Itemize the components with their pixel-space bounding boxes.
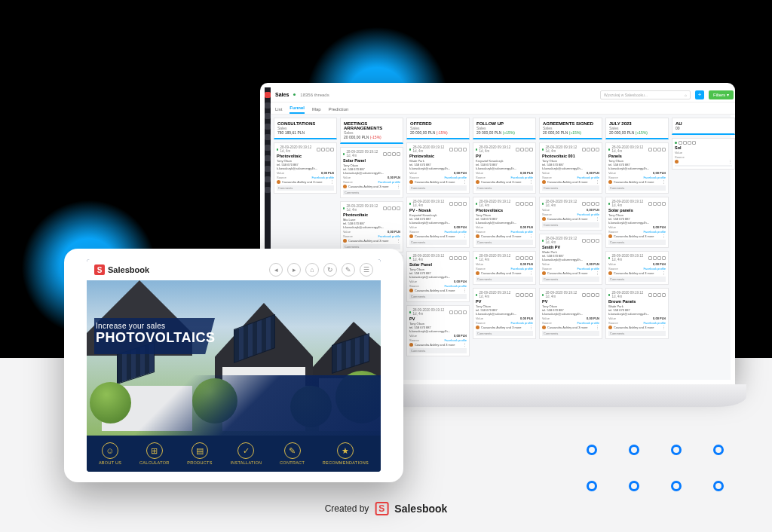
more-icon[interactable]: ⋮ bbox=[728, 160, 732, 164]
card-comments[interactable]: Comments bbox=[542, 277, 599, 282]
card-comments[interactable]: Comments bbox=[343, 190, 400, 195]
search-input[interactable]: Wyszukaj w Salesbooku... ⌕ bbox=[600, 90, 691, 99]
toolbar-icon[interactable]: ↻ bbox=[323, 263, 337, 277]
more-icon[interactable]: ⋮ bbox=[463, 289, 467, 292]
card-comments[interactable] bbox=[675, 165, 732, 167]
card-source[interactable]: Facebook profile bbox=[444, 284, 467, 288]
tab-map[interactable]: Map bbox=[312, 107, 321, 114]
tab-funnel[interactable]: Funnel bbox=[290, 105, 305, 114]
tablet-nav-item[interactable]: ▤PRODUCTS bbox=[187, 442, 212, 465]
card-source[interactable]: Facebook profile bbox=[444, 176, 467, 179]
kanban-card[interactable]: 28-09-2020 09:19:12 1d, 4mPhotovoltaicsT… bbox=[473, 197, 536, 248]
sidebar-icon[interactable] bbox=[265, 124, 271, 130]
kanban-card[interactable]: 28-09-2020 09:19:12 1d, 4m Value0,00 PLN… bbox=[605, 251, 669, 285]
card-comments[interactable]: Comments bbox=[608, 331, 666, 336]
kanban-card[interactable]: 28-09-2020 09:19:12 1d, 4mSolar PanelTon… bbox=[340, 147, 403, 198]
kanban-card[interactable]: 28-09-2020 09:19:12 1d, 4mPhotovoltaicWa… bbox=[406, 142, 470, 194]
card-source[interactable]: Facebook profile bbox=[444, 230, 467, 234]
card-action-icons[interactable] bbox=[648, 293, 666, 297]
card-source[interactable]: Facebook profile bbox=[311, 176, 334, 179]
card-action-icons[interactable] bbox=[383, 152, 400, 156]
card-comments[interactable]: Comments bbox=[277, 185, 334, 191]
more-icon[interactable]: ⋮ bbox=[596, 326, 599, 329]
card-action-icons[interactable] bbox=[449, 256, 467, 260]
kanban-card[interactable]: 28-09-2020 09:19:12 1d, 4mPhotovoltaicTo… bbox=[274, 142, 337, 194]
card-source[interactable]: Facebook profile bbox=[444, 338, 467, 342]
kanban-card[interactable]: 28-09-2020 09:19:12 1d, 4mPVTony Olsonte… bbox=[539, 288, 602, 339]
card-comments[interactable]: Comments bbox=[608, 240, 666, 245]
kanban-card[interactable]: 28-09-2020 09:19:12 1d, 4mSolar panelsTo… bbox=[605, 197, 669, 248]
card-action-icons[interactable] bbox=[516, 202, 533, 206]
kanban-card[interactable]: 28-09-2020 09:19:12 1d, 4mPanelsTony Ols… bbox=[605, 142, 669, 194]
toolbar-icon[interactable]: ☰ bbox=[360, 263, 373, 277]
more-icon[interactable]: ⋮ bbox=[529, 180, 533, 184]
toolbar-icon[interactable]: ✎ bbox=[342, 263, 355, 277]
card-action-icons[interactable] bbox=[582, 239, 599, 243]
card-action-icons[interactable] bbox=[516, 148, 533, 151]
more-icon[interactable]: ⋮ bbox=[596, 217, 599, 221]
toolbar-icon[interactable]: ▸ bbox=[287, 263, 301, 277]
tab-list[interactable]: List bbox=[275, 107, 282, 114]
card-comments[interactable]: Comments bbox=[476, 277, 533, 282]
kanban-card[interactable]: 28-09-2020 09:19:12 1d, 4mPhotovoltaicMi… bbox=[340, 201, 403, 252]
card-action-icons[interactable] bbox=[648, 256, 666, 260]
card-comments[interactable]: Comments bbox=[409, 185, 467, 191]
add-button[interactable]: + bbox=[695, 90, 704, 99]
more-icon[interactable]: ⋮ bbox=[662, 234, 666, 238]
kanban-card[interactable]: 28-09-2020 09:19:12 1d, 4m Value0,00 PLN… bbox=[539, 197, 602, 231]
toolbar-icon[interactable]: ⌂ bbox=[305, 263, 319, 277]
card-source[interactable]: Facebook profile bbox=[510, 321, 533, 325]
sidebar-icon[interactable] bbox=[265, 134, 271, 140]
card-comments[interactable]: Comments bbox=[409, 294, 467, 299]
more-icon[interactable]: ⋮ bbox=[662, 326, 666, 329]
card-action-icons[interactable] bbox=[648, 202, 666, 206]
card-action-icons[interactable] bbox=[582, 202, 599, 206]
tablet-nav-item[interactable]: ☺ABOUT US bbox=[99, 442, 121, 465]
card-action-icons[interactable] bbox=[449, 310, 467, 314]
card-comments[interactable]: Comments bbox=[542, 222, 599, 228]
card-source[interactable]: Facebook profile bbox=[577, 267, 599, 271]
card-comments[interactable]: Comments bbox=[476, 331, 533, 336]
sidebar-icon[interactable] bbox=[265, 187, 271, 193]
card-action-icons[interactable] bbox=[516, 256, 533, 260]
card-action-icons[interactable] bbox=[582, 148, 599, 151]
kanban-card[interactable]: 28-09-2020 09:19:12 1d, 4mSolar PanelTon… bbox=[406, 251, 470, 302]
card-source[interactable]: Facebook profile bbox=[378, 234, 400, 238]
kanban-card[interactable]: 28-09-2020 09:19:12 1d, 4mBrown PanelsWa… bbox=[605, 288, 669, 339]
kanban-card[interactable]: Sol Value Source ⋮ bbox=[672, 138, 735, 170]
card-source[interactable]: Facebook profile bbox=[643, 230, 666, 234]
sidebar-icon[interactable] bbox=[265, 145, 271, 151]
more-icon[interactable]: ⋮ bbox=[596, 271, 599, 275]
card-comments[interactable]: Comments bbox=[476, 240, 533, 245]
filters-button[interactable]: Filters ▾ bbox=[709, 90, 734, 99]
card-source[interactable]: Facebook profile bbox=[378, 180, 400, 184]
kanban-card[interactable]: 28-09-2020 09:19:12 1d, 4mPV - NovakKrzy… bbox=[406, 197, 470, 248]
app-logo-icon[interactable] bbox=[265, 92, 271, 98]
more-icon[interactable]: ⋮ bbox=[662, 271, 666, 275]
sidebar-icon[interactable] bbox=[265, 166, 271, 172]
card-action-icons[interactable] bbox=[679, 141, 696, 145]
card-source[interactable]: Facebook profile bbox=[510, 267, 533, 271]
card-action-icons[interactable] bbox=[516, 293, 533, 297]
more-icon[interactable]: ⋮ bbox=[529, 326, 533, 329]
tab-prediction[interactable]: Prediction bbox=[329, 107, 349, 114]
card-comments[interactable]: Comments bbox=[409, 240, 467, 245]
toolbar-icon[interactable]: ◂ bbox=[269, 263, 283, 277]
card-comments[interactable]: Comments bbox=[476, 185, 533, 191]
more-icon[interactable]: ⋮ bbox=[596, 180, 599, 184]
tablet-nav-item[interactable]: ✓INSTALLATION bbox=[230, 442, 262, 465]
card-comments[interactable]: Comments bbox=[409, 348, 467, 353]
card-action-icons[interactable] bbox=[317, 148, 334, 151]
card-action-icons[interactable] bbox=[582, 293, 599, 297]
sidebar-icon[interactable] bbox=[265, 102, 271, 109]
card-action-icons[interactable] bbox=[449, 202, 467, 206]
more-icon[interactable]: ⋮ bbox=[330, 180, 334, 184]
more-icon[interactable]: ⋮ bbox=[397, 239, 400, 243]
card-action-icons[interactable] bbox=[383, 206, 400, 210]
more-icon[interactable]: ⋮ bbox=[662, 180, 666, 184]
card-comments[interactable]: Comments bbox=[542, 185, 599, 191]
more-icon[interactable]: ⋮ bbox=[397, 185, 400, 188]
kanban-card[interactable]: 28-09-2020 09:19:12 1d, 4mPVTony Olsonte… bbox=[473, 288, 536, 339]
more-icon[interactable]: ⋮ bbox=[463, 234, 467, 238]
card-source[interactable]: Facebook profile bbox=[577, 321, 599, 325]
